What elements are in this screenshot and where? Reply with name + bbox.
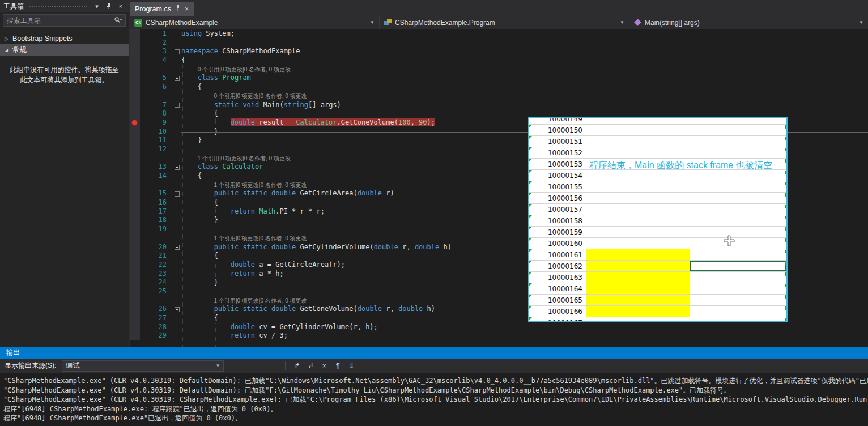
codelens-info[interactable]: 1 个引用|0 项更改|0 名作者, 0 项更改 (181, 296, 307, 305)
breakpoint-margin[interactable] (130, 287, 140, 296)
breakpoint-margin[interactable] (130, 198, 140, 207)
breakpoint-margin[interactable] (130, 207, 140, 216)
collapse-icon[interactable] (175, 165, 180, 170)
fold-margin[interactable] (172, 47, 181, 56)
sheet-cell[interactable] (690, 117, 786, 125)
sheet-cell[interactable] (690, 125, 786, 136)
sheet-cell[interactable] (690, 249, 786, 261)
breakpoint-dot[interactable] (131, 120, 138, 126)
toolbox-group-bootstrap-snippets[interactable]: ▷ Bootstrap Snippets (0, 33, 129, 44)
sheet-cell[interactable] (690, 272, 786, 283)
sheet-cell[interactable] (690, 306, 786, 317)
sheet-selected-cell[interactable] (690, 261, 786, 272)
sheet-cell-number[interactable]: 10000165 (529, 295, 586, 306)
breakpoint-margin[interactable] (130, 278, 140, 287)
collapse-icon[interactable] (175, 76, 180, 81)
breakpoint-margin[interactable] (130, 65, 140, 74)
collapse-icon[interactable] (175, 49, 180, 54)
output-title-bar[interactable]: 输出 (0, 347, 868, 359)
breakpoint-margin[interactable] (130, 29, 140, 39)
sheet-cell[interactable] (586, 147, 690, 159)
chevron-down-icon[interactable]: ▼ (370, 20, 375, 25)
breakpoint-margin[interactable] (130, 181, 140, 190)
chevron-down-icon[interactable]: ▼ (620, 20, 624, 25)
breakpoint-margin[interactable] (130, 136, 140, 145)
sheet-cell[interactable] (690, 295, 786, 306)
sheet-cell-number[interactable]: 10000161 (529, 249, 586, 261)
sheet-cell[interactable] (690, 283, 786, 295)
sheet-cell-number[interactable]: 10000153 (529, 159, 586, 170)
breakpoint-margin[interactable] (130, 92, 140, 101)
codelens-info[interactable]: 1 个引用|0 项更改|0 名作者, 0 项更改 (181, 181, 307, 190)
pin-icon[interactable] (104, 2, 113, 11)
collapse-icon[interactable] (175, 245, 180, 250)
sheet-cell-highlighted[interactable] (586, 283, 690, 295)
breakpoint-margin[interactable] (130, 243, 140, 252)
sheet-cell[interactable] (586, 238, 690, 249)
sheet-cell-highlighted[interactable] (586, 295, 690, 306)
code-text[interactable]: { (181, 83, 868, 92)
chevron-expanded-icon[interactable]: ◢ (3, 47, 10, 53)
code-line[interactable]: 5 class Program (130, 74, 868, 83)
sheet-cell[interactable] (690, 227, 786, 238)
sheet-cell-number[interactable]: 10000149 (529, 117, 586, 125)
code-text[interactable]: using System; (181, 29, 868, 39)
breakpoint-margin[interactable] (130, 145, 140, 154)
fold-margin[interactable] (172, 243, 181, 252)
pin-icon[interactable] (175, 5, 181, 13)
word-wrap-icon[interactable]: ¶ (332, 360, 343, 372)
code-text[interactable]: static void Main(string[] args) (181, 101, 868, 110)
sheet-cell[interactable] (690, 215, 786, 227)
output-text-area[interactable]: "CSharpMethodExample.exe" (CLR v4.0.3031… (0, 373, 868, 423)
breakpoint-margin[interactable] (130, 270, 140, 279)
sheet-cell-number[interactable]: 10000163 (529, 272, 586, 283)
sheet-cell-number[interactable]: 10000157 (529, 204, 586, 215)
sheet-cell-highlighted[interactable] (586, 249, 690, 261)
sheet-cell[interactable] (586, 170, 690, 181)
sheet-cell-number[interactable]: 10000152 (529, 147, 586, 159)
sheet-cell[interactable] (690, 238, 786, 249)
project-dropdown[interactable]: C# CSharpMethodExample ▼ (130, 16, 380, 29)
breakpoint-margin[interactable] (130, 47, 140, 56)
breakpoint-margin[interactable] (130, 172, 140, 181)
sheet-cell[interactable] (586, 215, 690, 227)
codelens-info[interactable]: 1 个引用|0 项更改|0 名作者, 0 项更改 (181, 154, 291, 163)
member-dropdown[interactable]: Main(string[] args) ▼ (629, 16, 868, 29)
sheet-cell[interactable] (586, 117, 690, 125)
sheet-cell[interactable] (586, 125, 690, 136)
sheet-cell[interactable] (690, 204, 786, 215)
breakpoint-margin[interactable] (130, 314, 140, 323)
sheet-cell[interactable] (586, 317, 690, 322)
sheet-cell-number[interactable]: 10000164 (529, 283, 586, 295)
code-line[interactable]: 29 return cv / 3; (130, 331, 868, 340)
chevron-down-icon[interactable]: ▼ (859, 20, 863, 25)
sheet-cell[interactable] (690, 181, 786, 193)
sheet-cell-number[interactable]: 10000151 (529, 136, 586, 147)
breakpoint-margin[interactable] (130, 331, 140, 340)
tab-program-cs[interactable]: Program.cs × (130, 2, 194, 16)
chevron-down-icon[interactable]: ▾ (92, 2, 101, 11)
sheet-cell[interactable] (690, 136, 786, 147)
sheet-cell[interactable] (690, 147, 786, 159)
code-text[interactable]: 0 个引用|0 项更改|0 名作者, 0 项更改 (181, 92, 868, 101)
codelens-info[interactable]: 0 个引用|0 项更改|0 名作者, 0 项更改 (181, 65, 291, 74)
fold-margin[interactable] (172, 163, 181, 172)
breakpoint-margin[interactable] (130, 225, 140, 234)
search-icon[interactable] (114, 16, 122, 25)
breakpoint-margin[interactable] (130, 216, 140, 225)
close-icon[interactable]: × (116, 2, 125, 11)
breakpoint-margin[interactable] (130, 154, 140, 163)
breakpoint-margin[interactable] (130, 189, 140, 198)
code-line[interactable]: 2 (130, 39, 868, 48)
sheet-cell[interactable] (690, 170, 786, 181)
code-text[interactable]: 0 个引用|0 项更改|0 名作者, 0 项更改 (181, 65, 868, 74)
fold-margin[interactable] (172, 189, 181, 198)
clear-all-icon[interactable]: × (318, 360, 330, 372)
sheet-cell[interactable] (690, 193, 786, 204)
chevron-down-icon[interactable]: ▼ (215, 363, 220, 368)
sheet-cell-number[interactable]: 10000159 (529, 227, 586, 238)
toolbox-title-bar[interactable]: 工具箱 ▾ × (0, 0, 129, 12)
code-line[interactable]: 7 static void Main(string[] args) (130, 101, 868, 110)
sheet-cell[interactable] (586, 227, 690, 238)
sheet-cell-number[interactable]: 10000162 (529, 261, 586, 272)
